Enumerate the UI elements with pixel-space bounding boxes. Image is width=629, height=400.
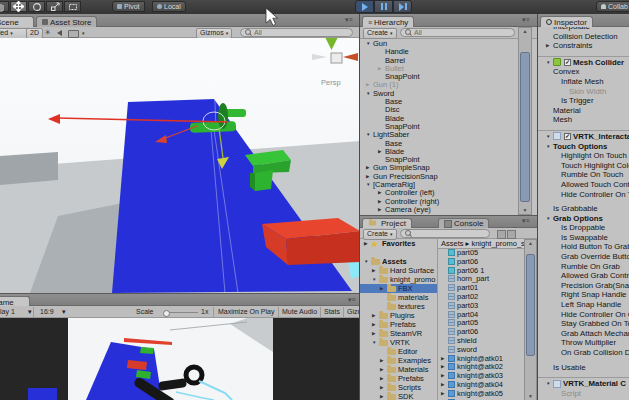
tab-scene[interactable]: Scene (0, 16, 34, 27)
inspector-row[interactable]: ✓Skin Width (538, 87, 629, 97)
scale-slider-track[interactable] (170, 312, 198, 313)
checkbox-checked-icon[interactable]: ✓ (564, 59, 571, 66)
project-search-input[interactable] (400, 229, 490, 238)
aspect-dropdown[interactable]: 16:9 (40, 306, 54, 318)
project-folder-item[interactable]: ▼VRTK (360, 338, 437, 347)
expand-arrow-icon[interactable]: ▶ (378, 189, 385, 197)
expand-arrow-icon[interactable]: ▶ (372, 320, 379, 329)
tab-asset-store[interactable]: Asset Store (36, 16, 97, 27)
mute-audio-button[interactable]: Mute Audio (282, 306, 317, 318)
project-file-item[interactable]: part06 (438, 328, 524, 337)
gizmo-y-cone[interactable] (325, 38, 338, 50)
hierarchy-item[interactable]: SnapPoint (360, 123, 518, 131)
inspector-row[interactable]: ✓Hide Controller On Gr (538, 310, 629, 320)
scrollbar-thumb[interactable] (520, 52, 530, 202)
project-file-item[interactable]: part04 (438, 311, 524, 320)
hierarchy-item[interactable]: ▶Gun PrecisionSnap (360, 173, 518, 181)
panel-menu-icon[interactable]: ▾≡ (345, 17, 353, 23)
expand-arrow-icon[interactable]: ▶ (441, 355, 448, 364)
tab-hierarchy[interactable]: ≡ Hierarchy (362, 16, 414, 27)
expand-arrow-icon[interactable]: ▶ (378, 148, 385, 156)
project-folder-item[interactable]: textures (360, 302, 437, 311)
inspector-row[interactable]: ✓ (538, 125, 629, 131)
project-folder-item[interactable]: ▼Assets (360, 257, 437, 266)
hierarchy-item[interactable]: ▼Gun (360, 40, 518, 48)
maximize-on-play-button[interactable]: Maximize On Play (218, 306, 274, 318)
inspector-row[interactable]: ✓On Grab Collision Del (538, 348, 629, 358)
stats-button[interactable]: Stats (324, 306, 340, 318)
hierarchy-item[interactable]: Base (360, 140, 518, 148)
inspector-row[interactable]: ✓Hold Button To Grab (538, 242, 629, 252)
panel-menu-icon[interactable]: ▾≡ (522, 218, 530, 224)
hierarchy-item[interactable]: Blade (360, 115, 518, 123)
inspector-row[interactable]: ✓Is Swappable (538, 233, 629, 243)
display-dropdown[interactable]: Display 1 (0, 306, 15, 318)
project-folder-item[interactable] (360, 248, 437, 257)
hierarchy-item[interactable]: ▼[CameraRig] (360, 181, 518, 189)
scroll-up-icon[interactable]: ▲ (525, 240, 536, 247)
inspector-row[interactable]: ✓Script (538, 389, 629, 399)
inspector-row[interactable]: ✓Rumble On Touch (538, 170, 629, 180)
expand-arrow-icon[interactable]: ▶ (380, 392, 387, 400)
foldout-arrow-icon[interactable]: ▼ (546, 142, 553, 152)
inspector-row[interactable]: ✓Highlight On Touch (538, 151, 629, 161)
hierarchy-create-button[interactable]: Create▾ (363, 28, 397, 39)
collab-button[interactable]: Collab (596, 1, 629, 12)
hierarchy-item[interactable]: Disc (360, 106, 518, 114)
inspector-row[interactable]: ▼✓VRTK_Material C (538, 379, 629, 389)
hierarchy-item[interactable]: ▶Camera (eye) (360, 206, 518, 214)
inspector-row[interactable]: ✓ (538, 51, 629, 57)
project-file-item[interactable]: shield (438, 337, 524, 346)
scale-tool-button[interactable] (46, 1, 63, 12)
expand-arrow-icon[interactable]: ▶ (380, 365, 387, 374)
foldout-arrow-icon[interactable]: ▼ (546, 58, 553, 68)
inspector-row[interactable]: ✓Allowed Touch Contro (538, 180, 629, 190)
expand-arrow-icon[interactable]: ▼ (372, 338, 379, 347)
expand-arrow-icon[interactable]: ▼ (366, 40, 373, 48)
tab-inspector[interactable]: Inspector (540, 16, 593, 27)
column-layout-icon[interactable] (497, 230, 506, 239)
inspector-row[interactable]: ✓Precision Grab(Snap) (538, 281, 629, 291)
expand-arrow-icon[interactable]: ▶ (378, 198, 385, 206)
tab-project[interactable]: Project (362, 218, 412, 228)
inspector-row[interactable]: ✓Inflate Mesh (538, 77, 629, 87)
expand-arrow-icon[interactable]: ▼ (366, 181, 373, 189)
hierarchy-item[interactable]: ▶Gun (1) (360, 81, 518, 89)
inspector-row[interactable]: ✓Allowed Grab Controll (538, 271, 629, 281)
expand-arrow-icon[interactable]: ▶ (380, 356, 387, 365)
scroll-down-icon[interactable]: ▼ (525, 393, 536, 400)
project-file-item[interactable]: part01 (438, 284, 524, 293)
scroll-down-icon[interactable]: ▼ (519, 207, 531, 214)
project-folder-item[interactable]: ▶Hard Surface (360, 266, 437, 275)
hierarchy-item[interactable]: Handle (360, 48, 518, 56)
pause-button[interactable] (374, 0, 393, 13)
foldout-arrow-icon[interactable]: ▼ (546, 214, 553, 224)
inspector-row[interactable]: ✓Throw Multiplier (538, 338, 629, 348)
project-folder-item[interactable]: Editor (360, 347, 437, 356)
project-folder-item[interactable]: ▶Prefabs (360, 374, 437, 383)
local-toggle-button[interactable]: Local (152, 1, 186, 12)
hierarchy-item[interactable]: ▶Controller (right) (360, 198, 518, 206)
hierarchy-item[interactable]: ▶Blade (360, 148, 518, 156)
expand-arrow-icon[interactable]: ▶ (378, 206, 385, 214)
project-folder-item[interactable]: ▼knight_promo (360, 275, 437, 284)
scale-slider-knob[interactable] (163, 310, 170, 317)
inspector-row[interactable]: ▼✓Touch Options (538, 142, 629, 152)
hierarchy-item[interactable]: ▶Controller (left) (360, 189, 518, 197)
project-file-item[interactable]: part05 (438, 249, 524, 258)
hierarchy-item[interactable]: ▼Sword (360, 90, 518, 98)
expand-arrow-icon[interactable]: ▶ (441, 381, 448, 390)
project-file-item[interactable]: part05 (438, 319, 524, 328)
project-file-item[interactable]: sword (438, 346, 524, 355)
gizmo-z-cone[interactable] (312, 54, 327, 60)
expand-arrow-icon[interactable]: ▼ (364, 257, 371, 266)
inspector-row[interactable]: ✓Is Trigger (538, 96, 629, 106)
inspector-row[interactable]: ✓Hide Controller On To (538, 190, 629, 200)
expand-arrow-icon[interactable]: ▶ (372, 311, 379, 320)
foldout-arrow-icon[interactable]: ▼ (546, 132, 553, 142)
inspector-row[interactable]: ✓Grab Override Button (538, 252, 629, 262)
expand-arrow-icon[interactable]: ▶ (441, 363, 448, 372)
inspector-row[interactable]: ▼✓Grab Options (538, 214, 629, 224)
gizmo-x-cone[interactable] (343, 53, 358, 61)
project-scrollbar[interactable]: ▲ ▼ (524, 239, 537, 400)
